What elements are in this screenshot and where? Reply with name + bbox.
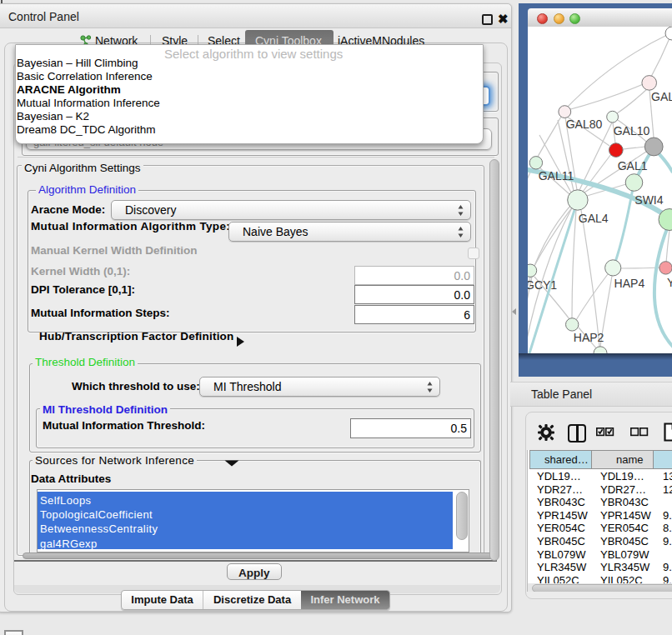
svg-text:HAP4: HAP4 — [614, 277, 645, 290]
svg-text:GAL4: GAL4 — [579, 212, 609, 225]
svg-text:GAL80: GAL80 — [566, 118, 603, 131]
svg-text:SWI4: SWI4 — [634, 193, 663, 207]
svg-text:GAL1: GAL1 — [618, 159, 648, 172]
svg-text:HAP2: HAP2 — [574, 331, 604, 344]
svg-text:Y: Y — [667, 276, 672, 289]
svg-text:GAL10: GAL10 — [614, 124, 650, 138]
svg-text:GAL11: GAL11 — [539, 169, 574, 182]
svg-text:GCY1: GCY1 — [528, 278, 557, 292]
svg-text:GAL7: GAL7 — [651, 90, 672, 103]
